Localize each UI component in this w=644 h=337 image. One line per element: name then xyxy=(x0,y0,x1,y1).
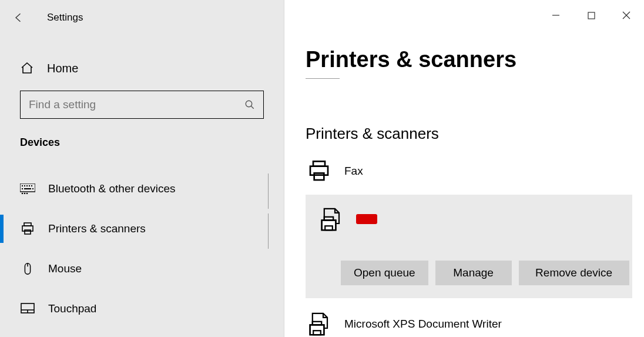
remove-device-button[interactable]: Remove device xyxy=(519,261,629,285)
settings-window: Settings Home Devices xyxy=(0,0,644,337)
search-icon xyxy=(244,99,255,110)
svg-rect-16 xyxy=(25,230,31,234)
home-icon xyxy=(20,61,34,75)
device-xps[interactable]: Microsoft XPS Document Writer xyxy=(306,306,644,337)
open-queue-button[interactable]: Open queue xyxy=(341,261,428,285)
printer-document-icon xyxy=(317,206,344,232)
device-label: Microsoft XPS Document Writer xyxy=(344,318,502,331)
minimize-button[interactable] xyxy=(538,4,573,27)
svg-rect-8 xyxy=(22,188,23,189)
printer-icon xyxy=(20,221,35,236)
title-underline xyxy=(306,78,340,79)
svg-rect-23 xyxy=(588,12,595,19)
svg-rect-7 xyxy=(31,185,32,186)
device-label: Fax xyxy=(344,165,363,178)
device-selected[interactable]: Open queue Manage Remove device xyxy=(306,195,632,298)
sidebar-item-label: Bluetooth & other devices xyxy=(48,182,176,195)
home-button[interactable]: Home xyxy=(0,53,284,84)
window-caption-buttons xyxy=(538,4,644,27)
svg-point-0 xyxy=(246,101,252,107)
sidebar-item-mouse[interactable]: Mouse xyxy=(0,249,284,289)
category-label: Devices xyxy=(0,136,284,149)
search-box[interactable] xyxy=(20,91,264,119)
sidebar-item-label: Mouse xyxy=(48,262,82,275)
home-label: Home xyxy=(47,62,78,75)
keyboard-icon xyxy=(20,181,35,196)
touchpad-icon xyxy=(20,301,35,316)
svg-rect-4 xyxy=(24,185,25,186)
svg-rect-2 xyxy=(20,183,35,192)
sidebar: Settings Home Devices xyxy=(0,0,284,337)
back-icon[interactable] xyxy=(13,12,25,24)
window-title: Settings xyxy=(47,12,83,24)
device-label-redacted xyxy=(356,214,377,225)
svg-rect-3 xyxy=(22,185,23,186)
maximize-button[interactable] xyxy=(573,4,609,27)
section-title: Printers & scanners xyxy=(306,125,644,143)
svg-rect-5 xyxy=(26,185,28,186)
device-actions: Open queue Manage Remove device xyxy=(314,261,632,285)
device-fax[interactable]: Fax xyxy=(306,154,644,189)
svg-rect-33 xyxy=(310,325,324,335)
manage-button[interactable]: Manage xyxy=(435,261,512,285)
svg-rect-29 xyxy=(322,220,336,230)
svg-rect-35 xyxy=(313,322,321,325)
sidebar-item-printers[interactable]: Printers & scanners xyxy=(0,209,284,249)
svg-rect-9 xyxy=(24,188,31,189)
sidebar-item-label: Printers & scanners xyxy=(48,222,146,235)
sidebar-item-touchpad[interactable]: Touchpad xyxy=(0,289,284,329)
mouse-icon xyxy=(20,261,35,276)
printer-icon xyxy=(306,158,333,184)
page-title: Printers & scanners xyxy=(306,47,644,72)
sidebar-item-label: Touchpad xyxy=(48,302,96,315)
svg-rect-6 xyxy=(29,185,30,186)
svg-point-13 xyxy=(26,193,28,194)
titlebar: Settings xyxy=(0,4,284,32)
svg-rect-10 xyxy=(32,188,33,189)
svg-line-1 xyxy=(251,106,254,109)
printer-document-icon xyxy=(306,311,333,337)
svg-point-12 xyxy=(24,193,26,194)
svg-point-11 xyxy=(22,193,24,194)
main-content: Printers & scanners Printers & scanners … xyxy=(284,0,644,337)
close-button[interactable] xyxy=(609,4,644,27)
svg-rect-31 xyxy=(324,217,333,221)
svg-rect-28 xyxy=(314,173,324,180)
sidebar-item-bluetooth[interactable]: Bluetooth & other devices xyxy=(0,169,284,209)
search-input[interactable] xyxy=(21,98,244,111)
